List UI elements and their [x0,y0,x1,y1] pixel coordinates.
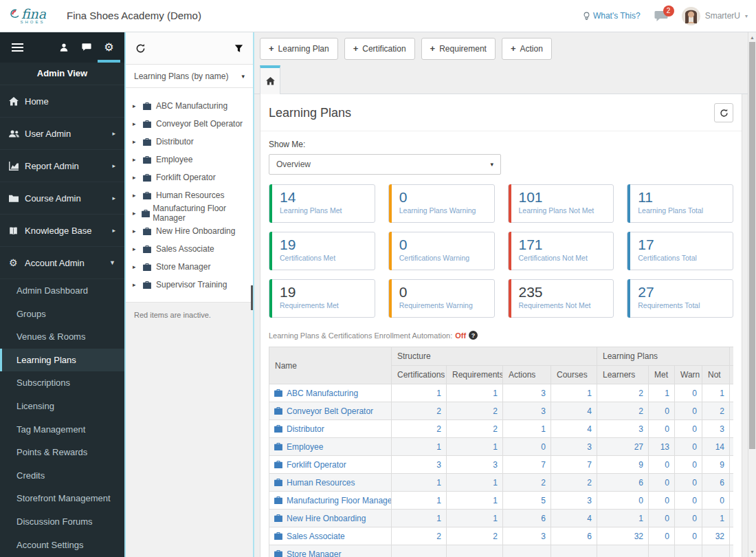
tree-item-store-manager[interactable]: ▸ Store Manager [126,258,253,276]
tree-scrollbar[interactable] [251,285,253,310]
plus-icon: + [511,45,516,53]
show-me-select[interactable]: Overview ▾ [269,154,501,175]
briefcase-icon [143,138,156,146]
row-link[interactable]: Employee [274,442,386,452]
column-header-certifications[interactable]: Certifications [392,366,447,384]
gear-icon[interactable]: ⚙ [98,32,120,63]
scroll-up-arrow[interactable]: ▲ [748,35,756,40]
tree-item-distributor[interactable]: ▸ Distributor [126,133,253,151]
column-header-warn[interactable]: Warn [675,366,702,384]
briefcase-icon [143,174,156,182]
table-cell: 1 [392,438,447,456]
briefcase-icon [274,532,282,540]
row-link[interactable]: Store Manager [274,549,386,557]
caret-right-icon[interactable]: ▸ [133,281,143,288]
sidebar-subitem-licensing[interactable]: Licensing [0,395,124,418]
row-link[interactable]: Forklift Operator [274,460,386,470]
scrollbar-thumb[interactable] [749,42,755,449]
add-requirement-button[interactable]: + Requirement [421,38,496,60]
column-header-courses[interactable]: Courses [551,366,597,384]
caret-right-icon[interactable]: ▸ [133,245,143,252]
table-cell: 1 [392,384,447,402]
row-link[interactable]: New Hire Onboarding [274,514,386,523]
sidebar-item-course-admin[interactable]: Course Admin ▸ [0,182,124,215]
table-cell: 3 [702,420,730,438]
vertical-scrollbar[interactable]: ▲ ▼ [748,32,756,557]
plus-icon: + [353,45,359,53]
sidebar-item-account-admin[interactable]: ⚙ Account Admin ▼ [0,247,124,279]
filter-icon[interactable] [234,44,243,53]
sidebar-item-user-admin[interactable]: User Admin ▸ [0,118,124,150]
column-header-not[interactable]: Not [702,366,730,384]
table-cell: 0 [649,420,675,438]
column-header-met[interactable]: Met [649,366,675,384]
tree-item-conveyor-belt-operator[interactable]: ▸ Conveyor Belt Operator [126,115,253,133]
sidebar-subitem-tag-management[interactable]: Tag Management [0,418,124,441]
row-link[interactable]: Sales Associate [274,532,386,541]
caret-down-icon: ▾ [490,161,493,168]
row-link[interactable]: Human Resources [274,478,386,488]
tree-item-employee[interactable]: ▸ Employee [126,151,253,168]
column-header-accep[interactable]: Accep [730,366,734,384]
messages-button[interactable]: 2 [654,10,668,22]
tree-sort-select[interactable]: Learning Plans (by name) ▾ [126,65,253,88]
table-cell: 2 [392,420,447,438]
refresh-icon[interactable] [135,43,146,54]
caret-right-icon[interactable]: ▸ [133,174,143,181]
scroll-down-arrow[interactable]: ▼ [748,549,756,554]
caret-right-icon[interactable]: ▸ [133,156,143,163]
sidebar-item-report-admin[interactable]: Report Admin ▸ [0,150,124,182]
caret-right-icon[interactable]: ▸ [133,102,143,109]
tree-item-forklift-operator[interactable]: ▸ Forklift Operator [126,168,253,186]
tree-item-new-hire-onboarding[interactable]: ▸ New Hire Onboarding [126,222,253,240]
sidebar-subitem-admin-dashboard[interactable]: Admin Dashboard [0,279,124,303]
caret-right-icon[interactable]: ▸ [133,263,143,270]
person-icon[interactable] [52,32,75,63]
caret-right-icon[interactable]: ▸ [133,192,143,199]
sidebar-subitem-venues-rooms[interactable]: Venues & Rooms [0,325,124,349]
tree-item-sales-associate[interactable]: ▸ Sales Associate [126,240,253,258]
table-cell: 27 [597,438,649,456]
hamburger-menu-button[interactable] [9,41,26,54]
sidebar-subitem-groups[interactable]: Groups [0,303,124,326]
tree-item-abc-manufacturing[interactable]: ▸ ABC Manufacturing [126,97,253,115]
sidebar-subitem-subscriptions[interactable]: Subscriptions [0,371,124,395]
column-header-actions[interactable]: Actions [503,366,551,384]
row-link[interactable]: Distributor [274,424,386,434]
caret-right-icon[interactable]: ▸ [133,120,143,127]
row-link[interactable]: ABC Manufacturing [274,389,386,398]
sidebar-subitem-points-rewards[interactable]: Points & Rewards [0,441,124,464]
user-menu[interactable]: SmarterU ▾ [682,7,748,25]
whats-this-link[interactable]: What's This? [583,11,641,21]
help-icon[interactable]: ? [469,331,478,340]
add-learning-plan-button[interactable]: + Learning Plan [260,38,338,60]
caret-right-icon[interactable]: ▸ [133,138,143,145]
table-cell: 0 [675,492,702,510]
add-action-button[interactable]: + Action [502,38,552,60]
caret-right-icon[interactable]: ▸ [133,228,143,234]
table-cell: 0 [649,474,675,492]
column-header-learners[interactable]: Learners [597,366,649,384]
chat-icon[interactable] [75,32,98,63]
add-certification-button[interactable]: + Certification [344,38,415,60]
stat-card-certifications-met: 19 Certifications Met [269,232,375,270]
table-cell [730,438,734,456]
sidebar-subitem-learning-plans[interactable]: Learning Plans [0,349,124,372]
sidebar-subitem-discussion-forums[interactable]: Discussion Forums [0,510,124,534]
sidebar-subitem-storefront-management[interactable]: Storefront Management [0,487,124,510]
caret-right-icon[interactable]: ▸ [133,210,142,217]
tree-item-supervisor-training[interactable]: ▸ Supervisor Training [126,276,253,294]
column-header-name[interactable]: Name [269,347,392,384]
sidebar-subitem-account-settings[interactable]: Account Settings [0,534,124,557]
row-link[interactable]: Manufacturing Floor Manager [274,496,386,505]
sidebar-item-home[interactable]: Home [0,85,124,118]
sidebar-item-knowledge-base[interactable]: Knowledge Base ▸ [0,215,124,247]
row-link[interactable]: Conveyor Belt Operator [274,406,386,416]
sidebar-subitem-credits[interactable]: Credits [0,464,124,488]
panel-refresh-button[interactable] [714,103,733,122]
tab-home[interactable] [260,65,280,94]
chart-icon [9,162,25,171]
tree-item-manufacturing-floor-manager[interactable]: ▸ Manufacturing Floor Manager [126,204,253,222]
tree-item-human-resources[interactable]: ▸ Human Resources [126,186,253,204]
column-header-requirements[interactable]: Requirements [447,366,503,384]
